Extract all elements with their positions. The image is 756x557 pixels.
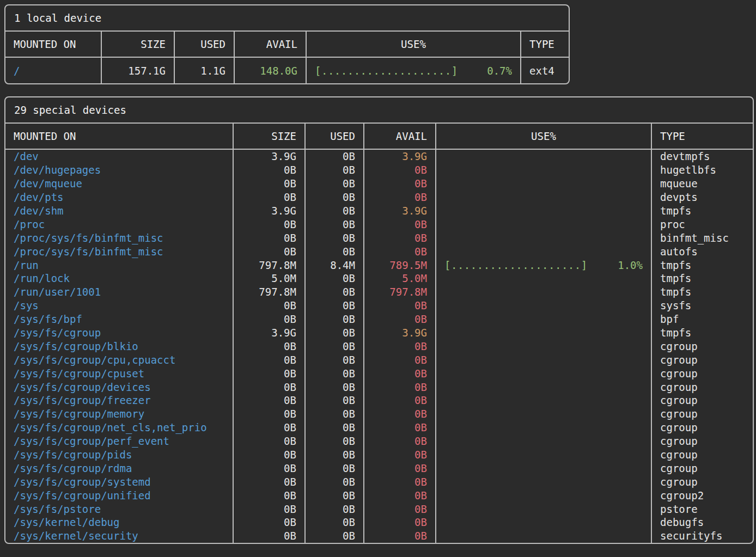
- size-value: 0B: [233, 299, 305, 313]
- size-value: 0B: [233, 421, 305, 434]
- type-value: cgroup: [651, 461, 754, 475]
- avail-value: 0B: [364, 448, 436, 462]
- used-value: 0B: [305, 177, 364, 191]
- mount-point: /sys/fs/cgroup/blkio: [5, 339, 233, 353]
- avail-value: 0B: [364, 529, 436, 543]
- mount-point: /sys/fs/cgroup/net_cls,net_prio: [5, 421, 233, 434]
- size-value: 0B: [233, 313, 305, 326]
- used-value: 0B: [305, 149, 364, 163]
- avail-value: 0B: [364, 244, 436, 258]
- size-value: 0B: [233, 448, 305, 462]
- size-value: 0B: [233, 163, 305, 177]
- avail-value: 0B: [364, 475, 436, 488]
- use-percent-cell: [436, 326, 651, 340]
- mount-point: /sys/fs/cgroup/freezer: [5, 394, 233, 407]
- device-row: /sys/fs/cgroup/perf_event0B0B0Bcgroupcgr…: [5, 434, 754, 448]
- mount-point: /dev: [5, 149, 233, 163]
- device-row: /sys/kernel/security0B0B0Bsecurityfssecu…: [5, 529, 754, 543]
- mount-point: /: [5, 57, 101, 83]
- use-percent-cell: [436, 448, 651, 462]
- avail-value: 0B: [364, 163, 436, 177]
- size-value: 0B: [233, 353, 305, 366]
- column-header-used: USED: [174, 32, 234, 57]
- type-value: hugetlbfs: [651, 163, 754, 177]
- use-percent-cell: [436, 313, 651, 326]
- avail-value: 3.9G: [364, 326, 436, 340]
- size-value: 3.9G: [233, 149, 305, 163]
- size-value: 0B: [233, 366, 305, 380]
- use-percent-cell: [436, 516, 651, 529]
- size-value: 0B: [233, 217, 305, 231]
- avail-value: 789.5M: [364, 258, 436, 272]
- size-value: 157.1G: [101, 57, 174, 83]
- used-value: 0B: [305, 313, 364, 326]
- column-header-use-: USE%: [436, 124, 651, 149]
- device-row: /run/user/1001797.8M0B797.8Mtmpfstmpfs: [5, 285, 754, 299]
- mount-point: /dev/pts: [5, 191, 233, 204]
- used-value: 0B: [305, 191, 364, 204]
- type-value: tmpfs: [651, 285, 754, 299]
- local-devices-table: MOUNTED ONSIZEUSEDAVAILUSE%TYPEFILESYSTE…: [5, 32, 570, 83]
- type-value: devpts: [651, 191, 754, 204]
- mount-point: /sys/kernel/debug: [5, 516, 233, 529]
- size-value: 3.9G: [233, 326, 305, 340]
- use-percent-cell: [436, 407, 651, 421]
- device-row: /sys/fs/pstore0B0B0Bpstorepstore: [5, 502, 754, 516]
- type-value: proc: [651, 217, 754, 231]
- avail-value: 0B: [364, 394, 436, 407]
- use-percent-cell: [436, 217, 651, 231]
- mount-point: /sys/fs/cgroup/memory: [5, 407, 233, 421]
- used-value: 0B: [305, 272, 364, 285]
- device-row: /sys/kernel/debug0B0B0Bdebugfsdebugfs: [5, 516, 754, 529]
- type-value: sysfs: [651, 299, 754, 313]
- avail-value: 5.0M: [364, 272, 436, 285]
- avail-value: 0B: [364, 516, 436, 529]
- size-value: 3.9G: [233, 204, 305, 218]
- device-row: /sys/fs/cgroup/pids0B0B0Bcgroupcgroup: [5, 448, 754, 462]
- size-value: 0B: [233, 475, 305, 488]
- type-value: bpf: [651, 313, 754, 326]
- type-value: tmpfs: [651, 204, 754, 218]
- used-value: 0B: [305, 339, 364, 353]
- use-percent-cell: [....................]1.0%: [436, 258, 651, 272]
- type-value: cgroup: [651, 407, 754, 421]
- type-value: securityfs: [651, 529, 754, 543]
- special-devices-panel: 29 special devices MOUNTED ONSIZEUSEDAVA…: [4, 96, 754, 544]
- use-percent-cell: [436, 177, 651, 191]
- mount-point: /sys/fs/cgroup/rdma: [5, 461, 233, 475]
- use-percent-cell: [436, 231, 651, 244]
- use-percent-cell: [436, 488, 651, 502]
- used-value: 0B: [305, 434, 364, 448]
- column-header-type: TYPE: [651, 124, 754, 149]
- header-row: MOUNTED ONSIZEUSEDAVAILUSE%TYPEFILESYSTE…: [5, 32, 570, 57]
- device-row: /sys/fs/bpf0B0B0Bbpfbpf: [5, 313, 754, 326]
- device-row: /proc0B0B0Bprocproc: [5, 217, 754, 231]
- used-value: 0B: [305, 204, 364, 218]
- type-value: tmpfs: [651, 272, 754, 285]
- avail-value: 0B: [364, 488, 436, 502]
- size-value: 0B: [233, 407, 305, 421]
- type-value: tmpfs: [651, 326, 754, 340]
- size-value: 797.8M: [233, 285, 305, 299]
- device-row: /sys/fs/cgroup/cpuset0B0B0Bcgroupcgroup: [5, 366, 754, 380]
- avail-value: 0B: [364, 313, 436, 326]
- device-row: /proc/sys/fs/binfmt_misc0B0B0Bautofssyst…: [5, 244, 754, 258]
- type-value: cgroup: [651, 339, 754, 353]
- avail-value: 0B: [364, 502, 436, 516]
- mount-point: /sys/fs/cgroup/devices: [5, 380, 233, 394]
- special-devices-table: MOUNTED ONSIZEUSEDAVAILUSE%TYPEFILESYSTE…: [5, 124, 754, 543]
- type-value: cgroup: [651, 380, 754, 394]
- used-value: 0B: [305, 475, 364, 488]
- use-percent-cell: [436, 394, 651, 407]
- used-value: 0B: [305, 502, 364, 516]
- used-value: 0B: [305, 448, 364, 462]
- used-value: 0B: [305, 529, 364, 543]
- device-row: /proc/sys/fs/binfmt_misc0B0B0Bbinfmt_mis…: [5, 231, 754, 244]
- avail-value: 0B: [364, 299, 436, 313]
- use-percent-cell: [436, 461, 651, 475]
- type-value: mqueue: [651, 177, 754, 191]
- size-value: 0B: [233, 434, 305, 448]
- size-value: 0B: [233, 394, 305, 407]
- local-devices-panel: 1 local device MOUNTED ONSIZEUSEDAVAILUS…: [4, 4, 570, 84]
- avail-value: 3.9G: [364, 204, 436, 218]
